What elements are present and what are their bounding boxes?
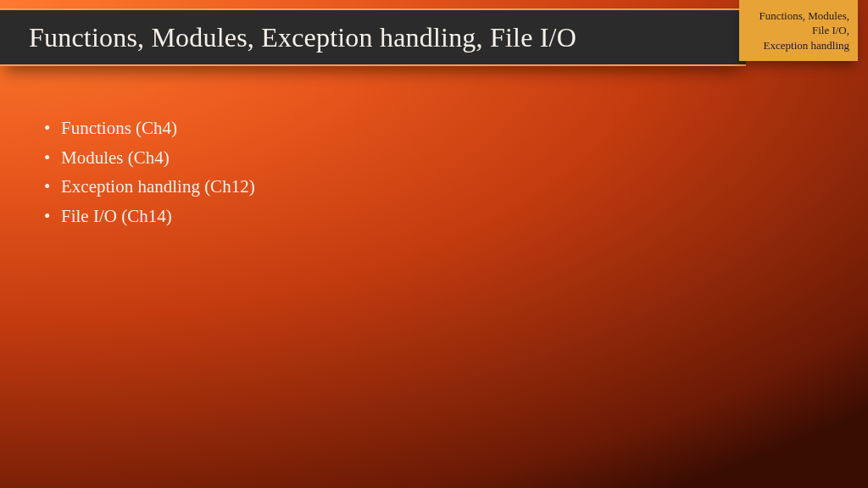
tag-line: File I/O,: [746, 23, 849, 38]
content-area: Functions (Ch4) Modules (Ch4) Exception …: [42, 114, 255, 231]
tag-line: Exception handling: [746, 38, 849, 53]
title-bar: Functions, Modules, Exception handling, …: [0, 8, 746, 66]
slide: Functions, Modules, Exception handling, …: [0, 0, 868, 488]
list-item: File I/O (Ch14): [42, 202, 255, 231]
section-tag: Functions, Modules, File I/O, Exception …: [739, 0, 858, 61]
tag-line: Functions, Modules,: [746, 8, 849, 24]
bullet-list: Functions (Ch4) Modules (Ch4) Exception …: [42, 114, 255, 231]
list-item: Functions (Ch4): [42, 114, 255, 143]
list-item: Modules (Ch4): [42, 143, 255, 173]
list-item: Exception handling (Ch12): [42, 172, 255, 202]
slide-title: Functions, Modules, Exception handling, …: [29, 22, 576, 53]
